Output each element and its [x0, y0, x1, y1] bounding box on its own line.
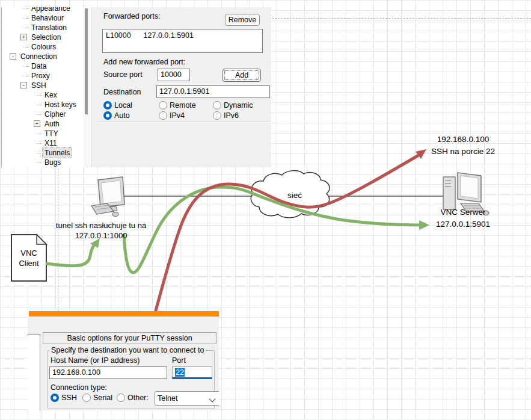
- remove-button[interactable]: Remove: [225, 14, 260, 26]
- radio-ssh-label: SSH: [61, 394, 77, 402]
- port-input[interactable]: 22: [172, 366, 212, 379]
- orange-highlight-bar: [29, 311, 219, 317]
- tree-item-tty[interactable]: TTY: [43, 129, 60, 138]
- tree-item-ssh[interactable]: SSH: [29, 81, 48, 90]
- tree-item-x11[interactable]: X11: [43, 138, 58, 148]
- tree-item-connection[interactable]: Connection: [19, 52, 59, 61]
- radio-auto-label: Auto: [114, 111, 130, 120]
- add-button[interactable]: Add: [223, 69, 261, 82]
- putty-session-window: Basic options for your PuTTY session Spe…: [28, 311, 219, 410]
- chevron-down-icon: [209, 395, 215, 402]
- protocol-dropdown[interactable]: Telnet: [155, 391, 219, 406]
- vnc-client-label: VNC Client: [11, 248, 47, 268]
- tree-scrollbar[interactable]: [84, 7, 90, 167]
- radio-dynamic-label: Dynamic: [224, 101, 253, 110]
- session-panel: Basic options for your PuTTY session Spe…: [28, 317, 219, 410]
- radio-serial[interactable]: [82, 394, 91, 402]
- tree-item-auth[interactable]: Auth: [43, 119, 61, 129]
- tree-expand-icon[interactable]: +: [34, 120, 40, 127]
- tree-expand-icon[interactable]: +: [20, 34, 27, 40]
- tree-item-data[interactable]: Data: [29, 61, 48, 71]
- cloud-label: sieć: [274, 190, 316, 202]
- destination-group-label: Specify the destination you want to conn…: [49, 346, 206, 354]
- host-name-label: Host Name (or IP address): [51, 356, 140, 365]
- tree-item-kex[interactable]: Kex: [43, 90, 59, 100]
- tree-item-colours[interactable]: Colours: [29, 42, 58, 52]
- radio-local-label: Local: [114, 101, 132, 110]
- forwarded-port-entry[interactable]: L10000 127.0.0.1:5901: [106, 31, 194, 40]
- session-tree-remnant: [28, 334, 40, 410]
- tree-item-appearance[interactable]: Appearance: [29, 7, 72, 13]
- category-tree: Appearance Behaviour Translation +Select…: [2, 7, 84, 167]
- radio-local[interactable]: [103, 101, 112, 110]
- tree-collapse-icon[interactable]: -: [20, 82, 27, 88]
- host-name-input[interactable]: 192.168.0.100: [49, 366, 167, 379]
- forwarded-ports-list[interactable]: L10000 127.0.0.1:5901: [102, 29, 263, 53]
- vnc-server-label: VNC Serwer 127.0.0.1:5901: [415, 206, 511, 230]
- diagram-canvas: VNC Client tunel ssh nasłuchuje tu na 12…: [0, 0, 531, 420]
- remote-host-note: 192.168.0.100 SSH na porcie 22: [415, 134, 511, 158]
- tree-item-behaviour[interactable]: Behaviour: [29, 13, 66, 23]
- green-arrow-client-to-tunnel: [47, 238, 100, 266]
- radio-serial-label: Serial: [93, 394, 112, 402]
- port-label: Port: [172, 356, 186, 365]
- panel-divider: [97, 121, 271, 122]
- radio-other[interactable]: [117, 394, 125, 402]
- radio-remote[interactable]: [159, 101, 167, 110]
- source-port-label: Source port: [103, 70, 143, 79]
- tree-item-selection[interactable]: Selection: [29, 32, 63, 42]
- radio-ipv6-label: IPv6: [224, 111, 239, 120]
- tree-scrollbar-thumb[interactable]: [85, 8, 88, 114]
- radio-ipv6[interactable]: [213, 111, 221, 120]
- client-computer-icon[interactable]: [91, 177, 124, 217]
- destination-label: Destination: [103, 88, 141, 96]
- tree-item-tunnels[interactable]: Tunnels: [43, 148, 72, 158]
- destination-input[interactable]: 127.0.0.1:5901: [156, 85, 270, 98]
- tree-item-cipher[interactable]: Cipher: [43, 110, 67, 119]
- radio-remote-label: Remote: [170, 101, 196, 110]
- add-new-forwarded-port-label: Add new forwarded port:: [103, 58, 185, 66]
- tree-item-proxy[interactable]: Proxy: [29, 71, 52, 81]
- forwarded-ports-label: Forwarded ports:: [103, 12, 160, 20]
- radio-ipv4-label: IPv4: [170, 111, 185, 120]
- session-header: Basic options for your PuTTY session: [43, 332, 216, 344]
- tree-item-bugs[interactable]: Bugs: [43, 158, 63, 167]
- radio-other-label: Other:: [127, 394, 149, 402]
- tunnels-config-panel: Forwarded ports: Remove L10000 127.0.0.1…: [91, 7, 271, 167]
- protocol-dropdown-value: Telnet: [158, 394, 177, 403]
- tree-item-translation[interactable]: Translation: [29, 23, 69, 32]
- port-selected-text: 22: [175, 368, 185, 377]
- source-port-input[interactable]: 10000: [158, 69, 190, 81]
- tree-item-host-keys[interactable]: Host keys: [43, 100, 78, 110]
- radio-auto[interactable]: [103, 111, 112, 120]
- putty-tunnels-window: Appearance Behaviour Translation +Select…: [1, 7, 271, 167]
- radio-dynamic[interactable]: [213, 101, 221, 110]
- tree-collapse-icon[interactable]: -: [10, 53, 16, 60]
- tunnel-listen-note: tunel ssh nasłuchuje tu na 127.0.0.1:100…: [47, 220, 155, 241]
- connection-type-label: Connection type:: [51, 383, 107, 392]
- radio-ssh[interactable]: [51, 394, 59, 402]
- radio-ipv4[interactable]: [159, 111, 167, 120]
